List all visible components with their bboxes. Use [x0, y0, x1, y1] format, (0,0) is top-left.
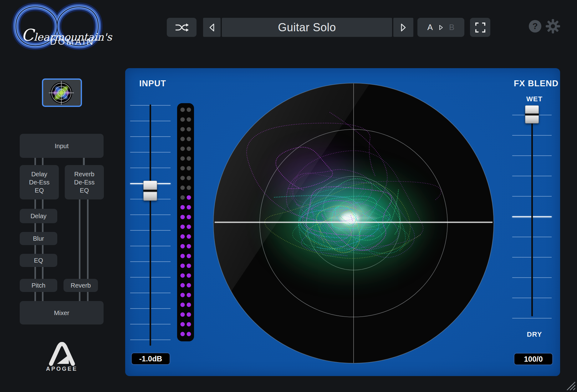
meter-led: [181, 176, 185, 180]
input-fader-track[interactable]: [150, 104, 151, 346]
meter-led: [187, 147, 191, 151]
meter-led: [187, 264, 191, 268]
input-fader-handle[interactable]: [143, 181, 157, 201]
meter-led: [187, 186, 191, 190]
meter-led: [187, 215, 191, 219]
meter-led: [187, 303, 191, 307]
flow-label: Delay: [31, 170, 47, 178]
meter-led: [187, 244, 191, 249]
input-gain-value[interactable]: -1.0dB: [131, 353, 170, 364]
meter-led: [181, 215, 185, 219]
ab-arrow-icon: [438, 24, 443, 31]
flow-label: Delay: [30, 212, 46, 220]
meter-led: [181, 195, 185, 200]
left-triangle-icon: [208, 23, 215, 32]
flow-box-blur[interactable]: Blur: [20, 232, 57, 245]
scope-thumbnail-button[interactable]: [42, 78, 82, 107]
flow-label: Mixer: [54, 309, 69, 317]
flow-box-reverb-deess-eq[interactable]: Reverb De-Ess EQ: [65, 165, 104, 199]
meter-led: [187, 273, 191, 278]
next-preset-button[interactable]: [393, 18, 413, 37]
ab-b-label: B: [449, 23, 454, 32]
meter-led: [181, 303, 185, 307]
flow-connector-line: [34, 292, 36, 301]
fader-tick: [512, 318, 552, 319]
flow-connector-line: [34, 199, 36, 209]
dry-label: DRY: [516, 330, 553, 339]
preset-name-field[interactable]: Guitar Solo: [222, 18, 392, 37]
meter-led: [187, 156, 191, 161]
input-section-label: INPUT: [139, 79, 166, 88]
fx-blend-text: 100/0: [524, 355, 543, 364]
flow-connector-line: [34, 223, 36, 232]
fx-blend-value[interactable]: 100/0: [514, 353, 553, 365]
flow-connector-line: [42, 245, 43, 254]
flow-label: De-Ess: [29, 178, 50, 186]
meter-led: [181, 147, 185, 151]
brand-logo: Clearmountain's DOMAIN™: [0, 0, 113, 55]
flow-label: EQ: [35, 186, 44, 194]
preset-name: Guitar Solo: [278, 21, 336, 34]
flow-connector-line: [42, 223, 43, 232]
input-gain-text: -1.0dB: [139, 354, 162, 363]
meter-led: [181, 186, 185, 190]
meter-led: [181, 312, 185, 317]
meter-led: [181, 234, 185, 239]
meter-led: [187, 108, 191, 112]
expand-window-button[interactable]: [470, 18, 490, 37]
meter-led: [187, 117, 191, 122]
meter-led: [187, 322, 191, 326]
meter-led: [181, 117, 185, 122]
settings-button[interactable]: [545, 18, 561, 34]
flow-label: EQ: [80, 186, 89, 194]
ab-compare-button[interactable]: A B: [417, 18, 464, 37]
right-triangle-icon: [400, 23, 407, 32]
flow-label: De-Ess: [74, 178, 95, 186]
meter-led: [187, 205, 191, 209]
radar-icon: [47, 80, 77, 105]
trademark: ™: [94, 38, 98, 42]
flow-box-eq[interactable]: EQ: [20, 254, 57, 267]
meter-led: [187, 137, 191, 141]
flow-connector-line: [34, 245, 36, 254]
flow-box-pitch[interactable]: Pitch: [20, 279, 57, 292]
flow-connector-line: [42, 292, 43, 301]
meter-led: [181, 273, 185, 278]
flow-box-input[interactable]: Input: [20, 134, 104, 158]
logo-domain-text: DOMAIN™: [50, 37, 98, 47]
flow-connector-line: [83, 158, 85, 165]
flow-label: Input: [55, 142, 69, 150]
resize-grip[interactable]: [564, 379, 576, 391]
meter-led: [181, 127, 185, 131]
flow-label: EQ: [34, 256, 43, 264]
meter-led: [181, 254, 185, 258]
meter-led: [181, 293, 185, 297]
flow-box-delay-deess-eq[interactable]: Delay De-Ess EQ: [20, 165, 59, 199]
fx-fader-handle[interactable]: [525, 105, 539, 123]
meter-led: [187, 332, 191, 336]
meter-led: [181, 205, 185, 209]
apogee-a-icon: [48, 342, 76, 366]
flow-label: Reverb: [74, 170, 94, 178]
flow-box-delay[interactable]: Delay: [20, 209, 57, 223]
prev-preset-button[interactable]: [203, 18, 221, 37]
help-button[interactable]: ?: [529, 20, 541, 33]
fx-fader-track[interactable]: [531, 109, 533, 316]
flow-connector-line: [87, 199, 89, 279]
shuffle-preset-button[interactable]: [167, 18, 197, 37]
flow-connector-line: [42, 199, 43, 209]
flow-label: Blur: [33, 234, 44, 243]
fullscreen-corners-icon: [474, 22, 486, 33]
apogee-wordmark: APOGEE: [38, 366, 86, 372]
gear-icon: [545, 18, 561, 34]
meter-led: [181, 108, 185, 112]
meter-led: [187, 234, 191, 239]
flow-connector-line: [42, 158, 43, 165]
meter-led: [181, 283, 185, 288]
meter-led: [181, 156, 185, 161]
flow-box-reverb[interactable]: Reverb: [64, 279, 98, 292]
flow-box-mixer[interactable]: Mixer: [20, 301, 104, 324]
meter-led: [187, 166, 191, 170]
flow-label: Pitch: [32, 281, 45, 289]
plugin-window: Clearmountain's DOMAIN™ Guitar Solo A B: [0, 0, 577, 392]
